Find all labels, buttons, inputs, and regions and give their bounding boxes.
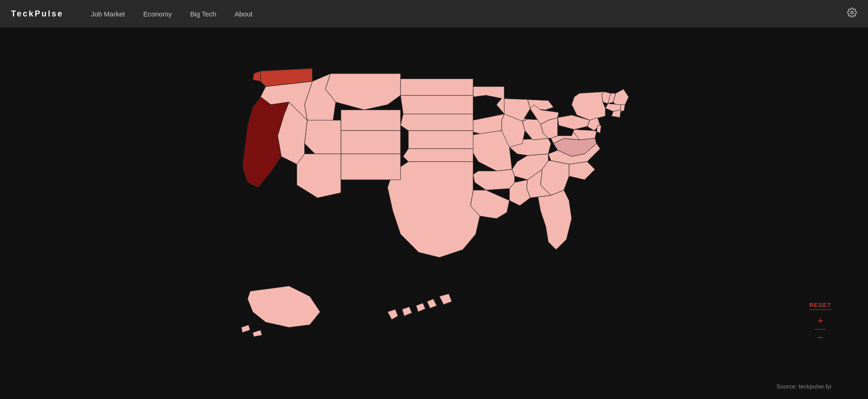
svg-point-0 xyxy=(851,11,853,14)
zoom-out-button[interactable]: − xyxy=(814,331,827,344)
main-header: TeckPulse Job Market Economy Big Tech Ab… xyxy=(0,0,868,27)
main-nav: Job Market Economy Big Tech About xyxy=(91,10,253,18)
logo: TeckPulse xyxy=(11,9,64,19)
map-controls: RESET + − xyxy=(809,302,831,344)
zoom-separator xyxy=(815,329,826,330)
nav-economy[interactable]: Economy xyxy=(143,10,172,18)
reset-button[interactable]: RESET xyxy=(809,302,831,310)
nav-about[interactable]: About xyxy=(235,10,253,18)
map-container: RESET + − Source: teckpulse.fyi xyxy=(0,27,868,399)
source-text: Source: teckpulse.fyi xyxy=(776,383,831,390)
nav-job-market[interactable]: Job Market xyxy=(91,10,125,18)
us-map[interactable] xyxy=(183,58,686,369)
nav-big-tech[interactable]: Big Tech xyxy=(190,10,216,18)
settings-icon[interactable] xyxy=(847,8,857,20)
zoom-in-button[interactable]: + xyxy=(814,314,827,327)
